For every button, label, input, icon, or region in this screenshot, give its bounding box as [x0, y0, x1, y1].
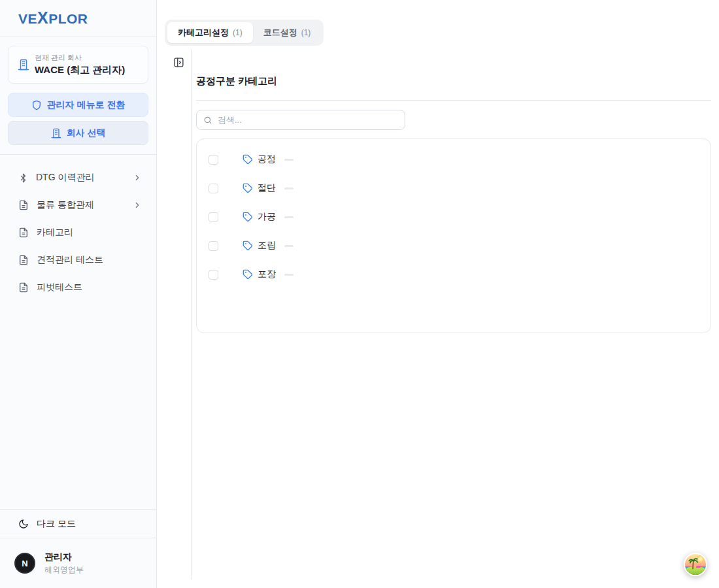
sidebar-item-label: 견적관리 테스트 [37, 254, 142, 266]
sidebar-item-pivot-test[interactable]: 피벗테스트 [8, 274, 148, 301]
category-row: 조립 [197, 231, 711, 260]
sidebar-item-logistics-control[interactable]: 물류 통합관제 [8, 191, 148, 219]
tag-icon [242, 269, 253, 280]
tag-icon [242, 212, 253, 222]
category-checkbox[interactable] [209, 184, 218, 193]
sidebar: VEXPLOR 현재 관리 회사 WACE (최고 관리자) 관리자 메뉴로 전… [0, 0, 157, 588]
category-checkbox[interactable] [209, 155, 218, 165]
sidebar-item-dtg-history[interactable]: DTG 이력관리 [8, 164, 148, 191]
row-dash [284, 216, 293, 218]
main-area: 카테고리설정 (1) 코드설정 (1) 공정구분 카테고리 [157, 0, 719, 588]
logo-x: X [37, 8, 48, 27]
title-divider [196, 100, 711, 101]
category-checkbox[interactable] [209, 212, 218, 222]
company-card-label: 현재 관리 회사 [35, 53, 125, 63]
search-input[interactable] [218, 115, 398, 125]
select-company-label: 회사 선택 [67, 127, 106, 139]
category-search [196, 110, 405, 130]
sidebar-footer: 다크 모드 N 관리자 해외영업부 [0, 509, 156, 588]
sidebar-item-label: 물류 통합관제 [37, 199, 125, 211]
panel-collapse-icon[interactable] [171, 54, 186, 70]
dark-mode-label: 다크 모드 [37, 518, 76, 530]
category-row: 공정 [197, 145, 711, 174]
document-icon [18, 227, 29, 238]
tab-category-settings[interactable]: 카테고리설정 (1) [167, 22, 253, 43]
panel-divider[interactable] [191, 49, 192, 580]
row-dash [284, 188, 293, 189]
sidebar-nav: DTG 이력관리 물류 통합관제 카테고리 [0, 155, 156, 301]
tag-icon [242, 240, 253, 251]
category-row: 가공 [197, 203, 711, 231]
sidebar-item-quote-test[interactable]: 견적관리 테스트 [8, 246, 148, 274]
island-widget-button[interactable] [684, 553, 707, 576]
chevron-right-icon [133, 173, 142, 182]
category-label[interactable]: 절단 [258, 182, 276, 194]
document-icon [18, 282, 29, 293]
user-department: 해외영업부 [44, 564, 84, 576]
island-image [685, 554, 706, 575]
category-checkbox[interactable] [209, 270, 218, 280]
search-icon [203, 116, 212, 125]
user-name: 관리자 [44, 551, 84, 563]
user-profile[interactable]: N 관리자 해외영업부 [0, 538, 156, 588]
logo-plor: PLOR [48, 11, 88, 26]
logo-area: VEXPLOR [0, 0, 156, 37]
logo-ve: VE [18, 11, 37, 26]
document-icon [18, 200, 29, 210]
category-row: 절단 [197, 174, 711, 203]
sidebar-item-label: 피벗테스트 [37, 282, 142, 293]
switch-admin-menu-button[interactable]: 관리자 메뉴로 전환 [8, 93, 148, 117]
switch-admin-menu-label: 관리자 메뉴로 전환 [47, 99, 125, 111]
current-company-card: 현재 관리 회사 WACE (최고 관리자) [8, 46, 148, 84]
settings-tabbar: 카테고리설정 (1) 코드설정 (1) [165, 20, 324, 46]
document-icon [18, 255, 29, 265]
vexplor-logo[interactable]: VEXPLOR [18, 8, 88, 27]
sidebar-item-label: 카테고리 [37, 227, 142, 238]
dark-mode-toggle[interactable]: 다크 모드 [0, 509, 156, 538]
category-label[interactable]: 조립 [258, 240, 276, 252]
category-panel: 공정구분 카테고리 공정 [196, 49, 711, 333]
app-root: VEXPLOR 현재 관리 회사 WACE (최고 관리자) 관리자 메뉴로 전… [0, 0, 719, 588]
building-icon [51, 128, 61, 139]
row-dash [284, 245, 293, 247]
sidebar-item-category[interactable]: 카테고리 [8, 219, 148, 246]
category-label[interactable]: 가공 [258, 211, 276, 223]
tab-label: 카테고리설정 [178, 27, 229, 39]
tag-icon [242, 154, 253, 165]
select-company-button[interactable]: 회사 선택 [8, 121, 148, 145]
category-list-card: 공정 절단 [196, 139, 711, 333]
building-icon [18, 59, 29, 71]
tag-icon [242, 183, 253, 193]
sidebar-item-label: DTG 이력관리 [36, 172, 125, 184]
tab-code-settings[interactable]: 코드설정 (1) [253, 22, 322, 43]
tab-label: 코드설정 [263, 27, 297, 39]
palm-tree-icon [687, 557, 699, 572]
row-dash [284, 274, 293, 276]
avatar: N [14, 553, 35, 574]
shield-icon [31, 100, 42, 110]
bluetooth-icon [18, 173, 28, 183]
tab-count: (1) [233, 28, 242, 37]
moon-icon [18, 519, 29, 529]
category-row: 포장 [197, 260, 711, 289]
panel-title: 공정구분 카테고리 [196, 75, 711, 88]
category-label[interactable]: 포장 [258, 269, 276, 280]
company-name: WACE (최고 관리자) [35, 64, 125, 76]
tab-count: (1) [301, 28, 311, 37]
category-checkbox[interactable] [209, 241, 218, 251]
row-dash [284, 159, 293, 161]
category-label[interactable]: 공정 [258, 154, 276, 165]
chevron-right-icon [133, 201, 142, 210]
